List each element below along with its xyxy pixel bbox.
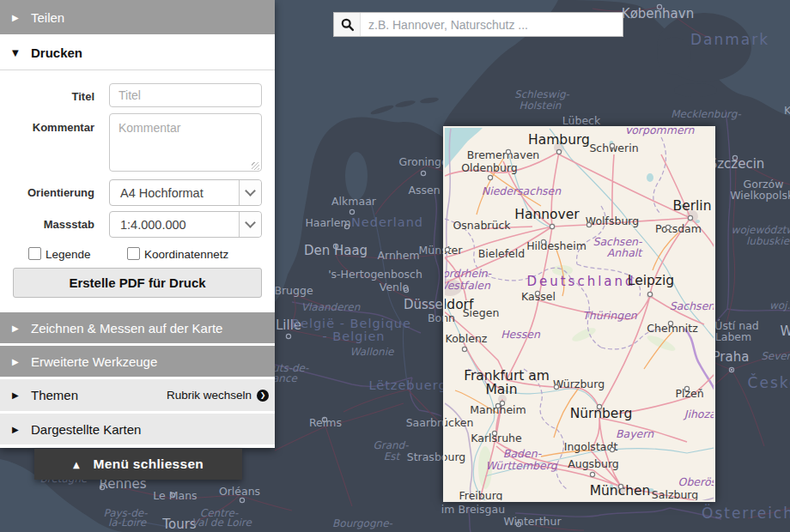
praha-marker-dot [731,369,732,371]
chevron-down-icon [245,217,256,228]
section-label: Themen [31,388,78,402]
create-pdf-button[interactable]: Erstelle PDF für Druck [13,268,262,298]
chevron-right-icon: ▶ [12,13,24,22]
chevron-right-icon: ▶ [12,357,24,366]
orientierung-select[interactable]: A4 Hochformat [109,179,262,206]
section-label: Drucken [31,45,82,60]
sidebar-item-zeichnen[interactable]: ▶ Zeichnen & Messen auf der Karte [0,312,275,343]
sidebar-item-teilen[interactable]: ▶ Teilen [0,0,275,34]
koordinatennetz-checkbox[interactable] [127,247,140,260]
search-input[interactable] [361,13,623,36]
section-label: Teilen [31,10,64,25]
chevron-right-icon: ▶ [12,323,24,333]
kommentar-label: Kommentar [0,121,94,134]
sidebar-panel: ▶ Teilen ▼ Drucken Titel Kommentar Orien… [0,0,275,448]
koordinatennetz-label: Koordinatennetz [144,248,228,261]
sidebar-item-themen[interactable]: ▶ Themen Rubrik wechseln ❯ [0,379,275,411]
section-label: Zeichnen & Messen auf der Karte [31,321,222,336]
chevron-right-icon: ▶ [12,425,24,434]
print-extent-preview: VorpommernHamburgSchwerinBremerhavenOlde… [443,126,715,502]
search-icon[interactable] [334,13,361,36]
select-dropdown-button[interactable] [239,212,261,237]
search-box [333,12,623,37]
menu-close-button[interactable]: ▲ Menü schliessen [34,449,242,480]
preview-map: VorpommernHamburgSchwerinBremerhavenOlde… [445,128,714,500]
checkbox-row: Legende Koordinatennetz [0,247,275,260]
legende-label: Legende [46,248,91,261]
titel-label: Titel [0,90,94,103]
massstab-label: Massstab [0,218,94,231]
selected-value: 1:4.000.000 [110,218,239,232]
massstab-select[interactable]: 1:4.000.000 [109,211,262,238]
orientierung-label: Orientierung [0,186,94,199]
kommentar-textarea[interactable] [109,113,262,172]
select-dropdown-button[interactable] [239,180,261,205]
chevron-right-icon: ▶ [12,390,24,400]
sidebar-item-dargestellte-karten[interactable]: ▶ Dargestellte Karten [0,414,275,444]
sidebar-item-drucken[interactable]: ▼ Drucken [0,36,275,69]
section-label: Erweiterte Werkzeuge [31,354,157,369]
chevron-down-icon: ▼ [12,48,24,57]
sidebar-item-erweiterte-werkzeuge[interactable]: ▶ Erweiterte Werkzeuge [0,346,275,377]
chevron-down-icon [245,185,256,196]
chevron-up-icon: ▲ [73,460,80,469]
divider [0,70,275,70]
magnifier-glyph [340,17,355,32]
selected-value: A4 Hochformat [110,186,239,200]
arrow-right-circle-icon[interactable]: ❯ [257,390,269,402]
titel-input[interactable] [109,83,262,107]
legende-checkbox[interactable] [28,247,41,260]
menu-close-label: Menü schliessen [94,456,204,472]
rubrik-wechseln-link[interactable]: Rubrik wechseln [167,389,252,402]
section-label: Dargestellte Karten [31,422,141,437]
